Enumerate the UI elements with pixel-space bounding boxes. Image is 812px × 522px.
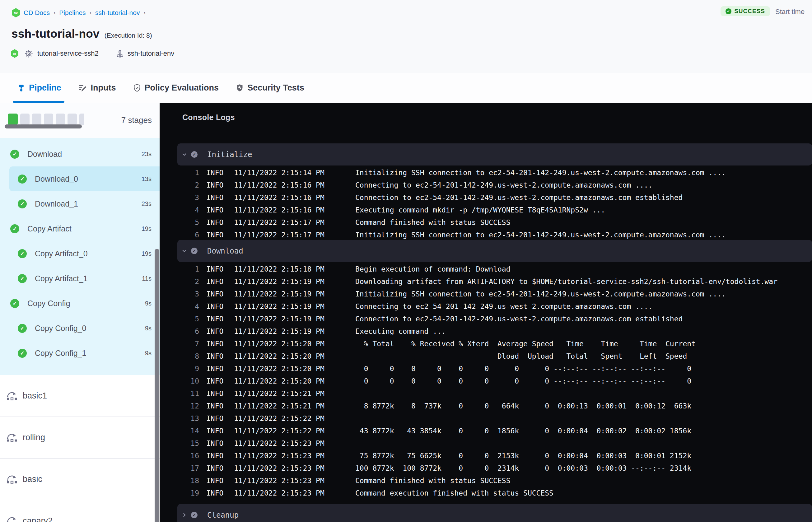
log-line-number: 12 — [187, 402, 199, 410]
log-line: 9INFO11/11/2022 2:15:20 PM 0 0 0 0 0 0 0… — [160, 362, 812, 375]
status-badge: ✓ SUCCESS — [720, 6, 770, 16]
breadcrumb-pipeline-name[interactable]: ssh-tutorial-nov — [95, 9, 140, 17]
log-host-link[interactable]: ec2-54-201-142-249.us-west-2.compute.ama… — [489, 231, 704, 239]
pipeline-row-basic[interactable]: basic — [0, 458, 160, 500]
log-timestamp: 11/11/2022 2:15:21 PM — [234, 389, 324, 398]
log-host-link[interactable]: ec2-54-201-142-249.us-west-2.compute.ama… — [489, 290, 704, 298]
check-circle-icon: ✓ — [726, 8, 731, 14]
stage-row-copy-artifact-1[interactable]: ✓Copy Artifact_111s — [0, 266, 160, 291]
breadcrumb: ∞ CD Docs › Pipelines › ssh-tutorial-nov… — [12, 8, 146, 17]
breadcrumb-pipelines[interactable]: Pipelines — [59, 9, 85, 17]
log-line-number: 4 — [187, 206, 199, 214]
log-level: INFO — [206, 302, 224, 310]
log-message: 0 0 0 0 0 0 0 0 --:--:-- --:--:-- --:--:… — [355, 377, 691, 385]
log-line: 17INFO11/11/2022 2:15:23 PM100 8772k 100… — [160, 462, 812, 475]
stage-row-copy-config-1[interactable]: ✓Copy Config_19s — [0, 341, 160, 365]
log-timestamp: 11/11/2022 2:15:20 PM — [234, 377, 324, 385]
log-line-number: 13 — [187, 414, 199, 422]
log-message: Downloading artifact from ARTIFACTORY to… — [355, 278, 777, 286]
log-level: INFO — [206, 168, 224, 177]
log-timestamp: 11/11/2022 2:15:22 PM — [234, 427, 324, 435]
log-line: 5INFO11/11/2022 2:15:17 PMCommand finish… — [160, 216, 812, 229]
tab-policy-evaluations[interactable]: Policy Evaluations — [133, 73, 219, 103]
log-line-number: 16 — [187, 452, 199, 460]
log-line: 16INFO11/11/2022 2:15:23 PM 75 8772k 75 … — [160, 449, 812, 462]
log-message: Connecting to ec2-54-201-142-249.us-west… — [355, 302, 652, 310]
log-timestamp: 11/11/2022 2:15:19 PM — [234, 327, 324, 335]
service-name[interactable]: tutorial-service-ssh2 — [37, 49, 99, 58]
console-section-header-download[interactable]: ✓Download — [177, 240, 812, 262]
stage-row-copy-config[interactable]: ✓Copy Config9s — [0, 291, 160, 316]
tab-inputs[interactable]: Inputs — [78, 73, 116, 103]
log-timestamp: 11/11/2022 2:15:23 PM — [234, 452, 324, 460]
stage-row-copy-artifact[interactable]: ✓Copy Artifact19s — [0, 216, 160, 241]
log-level: INFO — [206, 352, 224, 360]
console-section-header-cleanup[interactable]: ✓Cleanup — [177, 504, 812, 522]
log-line-number: 5 — [187, 218, 199, 226]
log-block-initialize: 1INFO11/11/2022 2:15:14 PMInitializing S… — [160, 166, 812, 241]
tab-bar: PipelineInputsPolicy EvaluationsSecurity… — [0, 73, 812, 103]
log-message: % Total % Received % Xferd Average Speed… — [355, 340, 696, 348]
rolling-deploy-icon — [6, 391, 18, 401]
log-line: 19INFO11/11/2022 2:15:23 PMCommand execu… — [160, 487, 812, 499]
stage-strip-scrollbar[interactable] — [5, 124, 82, 128]
section-success-check-icon: ✓ — [191, 512, 198, 518]
log-timestamp: 11/11/2022 2:15:20 PM — [234, 352, 324, 360]
log-line-number: 2 — [187, 181, 199, 189]
log-message: 100 8772k 100 8772k 0 0 2314k 0 0:00:03 … — [355, 464, 691, 472]
stage-progress-segment — [67, 114, 77, 125]
log-timestamp: 11/11/2022 2:15:19 PM — [234, 278, 324, 286]
stage-progress-segment — [56, 114, 65, 125]
tab-label: Inputs — [91, 83, 116, 93]
console-section-header-initialize[interactable]: ✓Initialize — [177, 143, 812, 165]
sidebar-scrollbar[interactable] — [155, 249, 159, 522]
environment-name[interactable]: ssh-tutorial-env — [127, 49, 174, 58]
log-timestamp: 11/11/2022 2:15:16 PM — [234, 206, 324, 214]
log-level: INFO — [206, 194, 224, 202]
log-message: Command execution finished with status S… — [355, 489, 553, 497]
execution-id: (Execution Id: 8) — [104, 32, 152, 39]
stage-row-copy-artifact-0[interactable]: ✓Copy Artifact_019s — [0, 241, 160, 266]
log-level: INFO — [206, 265, 224, 273]
pipeline-name: basic1 — [23, 391, 47, 401]
log-line: 15INFO11/11/2022 2:15:23 PM — [160, 437, 812, 449]
stage-row-copy-config-0[interactable]: ✓Copy Config_09s — [0, 316, 160, 341]
stage-row-download-1[interactable]: ✓Download_123s — [0, 191, 160, 216]
stage-row-download[interactable]: ✓Download23s — [0, 142, 160, 166]
log-line-number: 8 — [187, 352, 199, 360]
log-line: 14INFO11/11/2022 2:15:22 PM 43 8772k 43 … — [160, 425, 812, 437]
stage-row-download-0[interactable]: ✓Download_013s — [9, 166, 160, 191]
log-timestamp: 11/11/2022 2:15:21 PM — [234, 402, 324, 410]
log-timestamp: 11/11/2022 2:15:18 PM — [234, 265, 324, 273]
tab-pipeline[interactable]: Pipeline — [17, 73, 61, 103]
log-host-link[interactable]: ec2-54-201-142-249.us-west-2.compute.ama… — [415, 194, 631, 202]
log-message: Dload Upload Total Spent Left Speed — [355, 352, 687, 360]
log-line: 13INFO11/11/2022 2:15:22 PM — [160, 412, 812, 425]
log-line-number: 11 — [187, 389, 199, 398]
success-check-icon: ✓ — [18, 324, 27, 333]
pipeline-row-canary2[interactable]: canary2 — [0, 500, 160, 522]
stage-duration: 19s — [142, 250, 151, 257]
log-message: Executing command mkdir -p /tmp/WYQNESE_… — [355, 206, 605, 214]
stage-duration: 9s — [145, 350, 151, 357]
stage-name: Download_0 — [35, 175, 78, 183]
pipeline-row-basic1[interactable]: basic1 — [0, 375, 160, 417]
chevron-right-icon — [182, 513, 187, 518]
stage-name: Copy Artifact_1 — [35, 274, 88, 283]
log-host-link[interactable]: ec2-54-201-142-249.us-west-2.compute.ama… — [489, 168, 704, 177]
log-host-link[interactable]: ec2-54-201-142-249.us-west-2.compute.ama… — [415, 315, 631, 323]
log-host-link[interactable]: ec2-54-201-142-249.us-west-2.compute.ama… — [415, 302, 631, 310]
success-check-icon: ✓ — [10, 299, 19, 308]
log-timestamp: 11/11/2022 2:15:23 PM — [234, 489, 324, 497]
stage-count: 7 stages — [121, 115, 152, 125]
log-level: INFO — [206, 231, 224, 239]
stage-progress-segment — [20, 114, 29, 125]
log-host-link[interactable]: ec2-54-201-142-249.us-west-2.compute.ama… — [415, 181, 631, 189]
policy-icon — [133, 84, 141, 92]
success-check-icon: ✓ — [10, 149, 19, 159]
breadcrumb-cd-docs[interactable]: CD Docs — [24, 9, 50, 17]
tab-security-tests[interactable]: Security Tests — [236, 73, 304, 103]
pipeline-row-rolling[interactable]: rolling — [0, 417, 160, 458]
rolling-deploy-icon — [6, 475, 18, 484]
log-level: INFO — [206, 181, 224, 189]
